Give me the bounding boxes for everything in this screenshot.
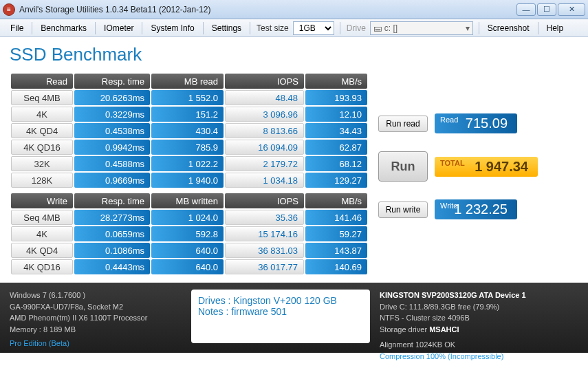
mb-cell: 430.4 xyxy=(151,123,224,138)
read-header: Read xyxy=(11,74,73,89)
mbs-cell: 59.27 xyxy=(305,226,367,241)
mbs-cell: 143.87 xyxy=(305,243,367,258)
table-row: 32K0.4588ms1 022.22 179.7268.12 xyxy=(11,156,367,171)
mb-read-header: MB read xyxy=(151,74,224,89)
window-title: Anvil's Storage Utilities 1.0.34 Beta11 … xyxy=(19,5,516,14)
write-header: Write xyxy=(11,193,73,208)
driver-label: Storage driver xyxy=(380,325,429,334)
resp-time-cell: 0.1086ms xyxy=(74,243,150,258)
resp-header: Resp. time xyxy=(74,74,150,89)
resp-time-cell: 0.4538ms xyxy=(74,123,150,138)
resp-time-cell: 0.4588ms xyxy=(74,156,150,171)
write-table: Write Resp. time MB written IOPS MB/s Se… xyxy=(10,192,369,276)
menubar: File Benchmarks IOmeter System Info Sett… xyxy=(0,19,588,37)
resp-header: Resp. time xyxy=(74,193,150,208)
menu-file[interactable]: File xyxy=(4,21,30,36)
window-titlebar: ≡ Anvil's Storage Utilities 1.0.34 Beta1… xyxy=(0,0,588,19)
driver-name: MSAHCI xyxy=(429,325,459,334)
run-button[interactable]: Run xyxy=(378,151,428,182)
mb-cell: 640.0 xyxy=(151,243,224,258)
table-row: 4K QD40.4538ms430.48 813.6634.43 xyxy=(11,123,367,138)
mbs-header: MB/s xyxy=(305,193,367,208)
app-icon: ≡ xyxy=(3,3,15,16)
mbs-cell: 141.46 xyxy=(305,210,367,225)
resp-time-cell: 0.9669ms xyxy=(74,173,150,188)
resp-time-cell: 0.3229ms xyxy=(74,107,150,122)
row-label: Seq 4MB xyxy=(11,210,73,225)
row-label: 4K QD4 xyxy=(11,243,73,258)
edition-link[interactable]: Pro Edition (Beta) xyxy=(10,338,182,349)
mb-cell: 785.9 xyxy=(151,140,224,155)
iops-cell: 16 094.09 xyxy=(225,140,304,155)
side-panel: Run read Read 715.09 Run TOTAL 1 947.34 … xyxy=(378,72,538,219)
mb-cell: 592.8 xyxy=(151,226,224,241)
iops-header: IOPS xyxy=(225,74,304,89)
compression-link[interactable]: Compression 100% (Incompressible) xyxy=(380,351,578,362)
mbs-cell: 68.12 xyxy=(305,156,367,171)
row-label: 128K xyxy=(11,173,73,188)
row-label: 4K QD16 xyxy=(11,140,73,155)
notes-box: Drives : Kingston V+200 120 GB Notes : f… xyxy=(191,290,370,343)
table-row: Seq 4MB28.2773ms1 024.035.36141.46 xyxy=(11,210,367,225)
minimize-button[interactable]: — xyxy=(516,3,536,16)
iops-cell: 35.36 xyxy=(225,210,304,225)
mb-written-header: MB written xyxy=(151,193,224,208)
drive-select[interactable]: 🖴 c: []▾ xyxy=(370,21,473,35)
resp-time-cell: 0.4443ms xyxy=(74,259,150,274)
table-row: 4K QD160.9942ms785.916 094.0962.87 xyxy=(11,140,367,155)
mbs-cell: 12.10 xyxy=(305,107,367,122)
close-button[interactable]: ✕ xyxy=(558,3,585,16)
page-title: SSD Benchmark xyxy=(10,44,578,65)
mem-info: Memory : 8 189 MB xyxy=(10,324,182,336)
menu-screenshot[interactable]: Screenshot xyxy=(481,21,536,36)
iops-cell: 1 034.18 xyxy=(225,173,304,188)
test-size-select[interactable]: 1GB xyxy=(293,21,334,35)
iops-header: IOPS xyxy=(225,193,304,208)
table-row: 4K0.3229ms151.23 096.9612.10 xyxy=(11,107,367,122)
menu-iometer[interactable]: IOmeter xyxy=(98,21,140,36)
row-label: 4K QD4 xyxy=(11,123,73,138)
menu-system-info[interactable]: System Info xyxy=(144,21,200,36)
row-label: 4K xyxy=(11,226,73,241)
total-score: TOTAL 1 947.34 xyxy=(435,157,538,177)
mbs-cell: 140.69 xyxy=(305,259,367,274)
row-label: 4K xyxy=(11,107,73,122)
run-read-button[interactable]: Run read xyxy=(378,116,428,132)
row-label: Seq 4MB xyxy=(11,90,73,105)
maximize-button[interactable]: ☐ xyxy=(537,3,556,16)
mb-cell: 151.2 xyxy=(151,107,224,122)
mb-cell: 1 940.0 xyxy=(151,173,224,188)
run-write-button[interactable]: Run write xyxy=(378,202,428,218)
iops-cell: 3 096.96 xyxy=(225,107,304,122)
menu-benchmarks[interactable]: Benchmarks xyxy=(34,21,93,36)
os-info: Windows 7 (6.1.7600 ) xyxy=(10,290,182,301)
table-row: Seq 4MB20.6263ms1 552.048.48193.93 xyxy=(11,90,367,105)
drive-label: Drive xyxy=(342,23,369,33)
mbs-cell: 62.87 xyxy=(305,140,367,155)
cpu-info: AMD Phenom(tm) II X6 1100T Processor xyxy=(10,312,182,324)
iops-cell: 8 813.66 xyxy=(225,123,304,138)
table-row: 4K QD40.1086ms640.036 831.03143.87 xyxy=(11,243,367,258)
mbs-cell: 193.93 xyxy=(305,90,367,105)
read-table: Read Resp. time MB read IOPS MB/s Seq 4M… xyxy=(10,72,369,189)
menu-settings[interactable]: Settings xyxy=(206,21,248,36)
footer: Windows 7 (6.1.7600 ) GA-990FXA-UD7/F8a,… xyxy=(0,283,588,353)
table-row: 4K QD160.4443ms640.036 017.77140.69 xyxy=(11,259,367,274)
mbs-header: MB/s xyxy=(305,74,367,89)
row-label: 4K QD16 xyxy=(11,259,73,274)
resp-time-cell: 0.9942ms xyxy=(74,140,150,155)
write-score: Write 1 232.25 xyxy=(435,199,517,219)
menu-help[interactable]: Help xyxy=(541,21,570,36)
drives-note: Drives : Kingston V+200 120 GB xyxy=(198,295,363,306)
iops-cell: 48.48 xyxy=(225,90,304,105)
device-name: KINGSTON SVP200S3120G ATA Device 1 xyxy=(380,291,526,299)
mbs-cell: 129.27 xyxy=(305,173,367,188)
iops-cell: 2 179.72 xyxy=(225,156,304,171)
resp-time-cell: 0.0659ms xyxy=(74,226,150,241)
resp-time-cell: 28.2773ms xyxy=(74,210,150,225)
fs-info: NTFS - Cluster size 4096B xyxy=(380,312,578,324)
resp-time-cell: 20.6263ms xyxy=(74,90,150,105)
read-score: Read 715.09 xyxy=(435,113,517,133)
iops-cell: 36 831.03 xyxy=(225,243,304,258)
mb-cell: 1 022.2 xyxy=(151,156,224,171)
